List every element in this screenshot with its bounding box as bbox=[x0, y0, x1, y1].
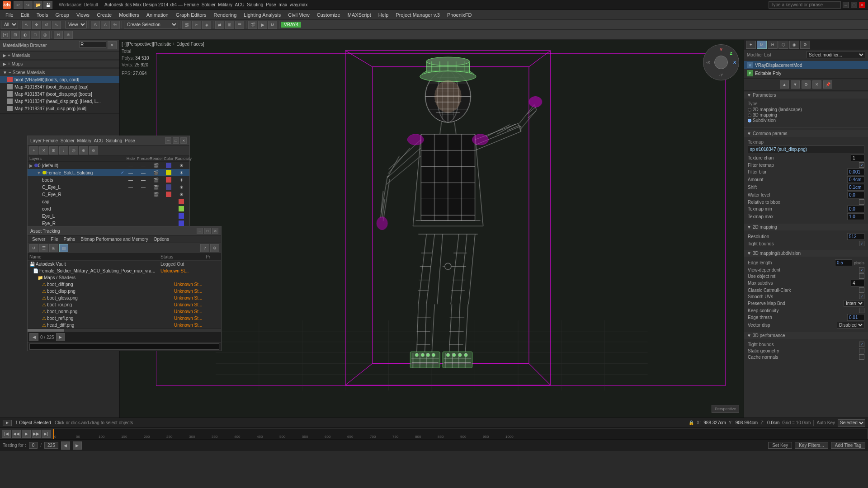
mod-move-up[interactable]: ▲ bbox=[780, 80, 789, 89]
preserve-map-select[interactable]: Interr bbox=[844, 300, 864, 307]
quick-access-toolbar[interactable]: ↩ ↪ 📂 💾 bbox=[14, 1, 52, 9]
layer-new[interactable]: + bbox=[29, 146, 38, 155]
mat-item-1[interactable]: Map #1018347 (boot_disp.png) [cap] bbox=[0, 83, 119, 90]
asset-minimize[interactable]: ─ bbox=[197, 228, 203, 234]
asset-settings[interactable]: ⚙ bbox=[210, 244, 219, 252]
l3-hide[interactable]: — bbox=[124, 185, 137, 190]
texmap-max-input[interactable] bbox=[847, 213, 864, 220]
utilities-tab[interactable]: ⚙ bbox=[800, 41, 810, 49]
asset-row-boot-diff[interactable]: ⚠ boot_diff.png Unknown St... bbox=[28, 281, 221, 288]
layer-row-default[interactable]: ▶ 0 (default) — — 🎬 ☀ bbox=[28, 162, 189, 169]
l2-freeze[interactable]: — bbox=[137, 178, 150, 183]
maximize-button[interactable]: □ bbox=[851, 2, 857, 8]
l0-render[interactable]: 🎬 bbox=[150, 163, 162, 168]
water-level-input[interactable] bbox=[847, 192, 864, 198]
layer-row-ceye-r[interactable]: C_Eye_R — — 🎬 ☀ bbox=[28, 191, 189, 198]
edge-thresh-input[interactable] bbox=[847, 314, 864, 321]
filter-texmap-checkbox[interactable] bbox=[859, 162, 864, 168]
l1-freeze[interactable]: — bbox=[137, 170, 150, 175]
layer-row-ceye-l[interactable]: C_Eye_L — — 🎬 ☀ bbox=[28, 183, 189, 191]
l2-radiosity[interactable]: ☀ bbox=[175, 178, 188, 183]
angle-snap[interactable]: A bbox=[101, 21, 110, 29]
layer-remove-sel[interactable]: ⊖ bbox=[89, 146, 98, 155]
maps-section-header[interactable]: ▶ + Maps bbox=[0, 61, 119, 67]
menu-tools[interactable]: Tools bbox=[33, 10, 52, 20]
use-object-mtl-checkbox[interactable] bbox=[859, 273, 864, 279]
l1-color[interactable] bbox=[162, 170, 175, 175]
vector-disp-select[interactable]: Disabled bbox=[837, 322, 864, 328]
scale-snap[interactable]: % bbox=[111, 21, 120, 29]
unlink-tool[interactable]: ✂ bbox=[192, 21, 201, 29]
menu-maxscript[interactable]: MAXScript bbox=[344, 10, 375, 20]
modifier-epoly[interactable]: P Editable Poly bbox=[744, 69, 868, 77]
frame-next[interactable]: ▶ bbox=[73, 441, 82, 450]
timeline-track[interactable]: 0 50 100 150 200 250 300 350 400 450 500… bbox=[53, 429, 867, 439]
align-tool[interactable]: ⊞ bbox=[225, 21, 234, 29]
mod-config[interactable]: ⚙ bbox=[802, 80, 811, 89]
asset-menu-server[interactable]: Server bbox=[29, 236, 48, 242]
menu-edit[interactable]: Edit bbox=[17, 10, 33, 20]
asset-close[interactable]: ✕ bbox=[212, 228, 218, 234]
texmap-value[interactable]: sp #1018347 (suit_disp.png) bbox=[748, 145, 864, 153]
menu-project-manager[interactable]: Project Manager v.3 bbox=[392, 10, 443, 20]
selection-mode-dropdown[interactable]: Create Selection bbox=[124, 21, 178, 28]
asset-menu-bitmap[interactable]: Bitmap Performance and Memory bbox=[78, 236, 151, 242]
l6-color[interactable] bbox=[175, 206, 188, 211]
l1-radiosity[interactable]: ☀ bbox=[175, 170, 188, 175]
mod-move-down[interactable]: ▼ bbox=[791, 80, 800, 89]
l3-radiosity[interactable]: ☀ bbox=[175, 185, 188, 190]
shift-input[interactable] bbox=[847, 184, 864, 191]
mat-item-3[interactable]: Map #1018347 (head_disp.png) [Head, L... bbox=[0, 98, 119, 105]
l4-hide[interactable]: — bbox=[124, 192, 137, 197]
sub-object-toggle[interactable]: [+] bbox=[1, 31, 10, 39]
shaded-toggle[interactable]: ◐ bbox=[21, 31, 30, 39]
freeze-selected[interactable]: ❄ bbox=[64, 31, 73, 39]
timeline-play[interactable]: ▶ bbox=[22, 430, 31, 438]
menu-file[interactable]: File bbox=[2, 10, 17, 20]
frame-total[interactable]: 225 bbox=[44, 442, 58, 449]
bind-space[interactable]: ◈ bbox=[202, 21, 211, 29]
timeline-next-frame[interactable]: ▶| bbox=[42, 430, 51, 438]
search-input[interactable] bbox=[769, 1, 841, 9]
3d-performance-title[interactable]: ▼ 3D performance bbox=[744, 332, 868, 339]
asset-scroll-thumb[interactable] bbox=[28, 329, 64, 332]
mat-browser-search[interactable] bbox=[79, 41, 106, 47]
asset-menu-paths[interactable]: Paths bbox=[61, 236, 78, 242]
mat-item-2[interactable]: Map #1018347 (boot_disp.png) [boots] bbox=[0, 90, 119, 98]
edge-faces-toggle[interactable]: □ bbox=[31, 31, 40, 39]
radio-2d-mapping[interactable]: 2D mapping (landscape) bbox=[748, 107, 864, 112]
modifier-list-select[interactable]: Select modifier... bbox=[807, 51, 865, 58]
nav-gizmo[interactable]: Y -Y X -X Z bbox=[703, 44, 739, 80]
timeline-play-fwd[interactable]: ▶▶ bbox=[32, 430, 41, 438]
auto-key-select[interactable]: Selected bbox=[838, 419, 865, 427]
l1-render[interactable]: 🎬 bbox=[150, 170, 162, 175]
close-button[interactable]: ✕ bbox=[859, 2, 865, 8]
redo-button[interactable]: ↪ bbox=[24, 1, 33, 9]
asset-row-boot-refl[interactable]: ⚠ boot_refl.png Unknown St... bbox=[28, 315, 221, 322]
frame-prev[interactable]: ◀ bbox=[61, 441, 70, 450]
radio-subdivision[interactable]: Subdivision bbox=[748, 118, 864, 123]
menu-customize[interactable]: Customize bbox=[313, 10, 344, 20]
rotate-tool[interactable]: ↺ bbox=[42, 21, 51, 29]
l3-freeze[interactable]: — bbox=[137, 185, 150, 190]
layer-row-cord[interactable]: cord bbox=[28, 205, 189, 212]
2d-mapping-title[interactable]: ▼ 2D mapping bbox=[744, 224, 868, 230]
menu-help[interactable]: Help bbox=[375, 10, 392, 20]
view-mode-dropdown[interactable]: View bbox=[65, 21, 87, 28]
select-mode-dropdown[interactable]: All bbox=[1, 21, 18, 28]
menu-views[interactable]: Views bbox=[73, 10, 93, 20]
menu-create[interactable]: Create bbox=[93, 10, 115, 20]
classic-catmull-checkbox[interactable] bbox=[859, 287, 864, 293]
add-time-tag-button[interactable]: Add Tine Tag bbox=[831, 442, 865, 449]
texture-chan-input[interactable] bbox=[851, 155, 864, 161]
l4-freeze[interactable]: — bbox=[137, 192, 150, 197]
isolate-toggle[interactable]: ◎ bbox=[41, 31, 50, 39]
frame-input[interactable]: 0 bbox=[29, 442, 38, 449]
asset-refresh[interactable]: ↺ bbox=[29, 244, 38, 252]
radio-subdiv-btn[interactable] bbox=[748, 119, 751, 122]
hide-selected[interactable]: H bbox=[54, 31, 63, 39]
asset-row-boot-gloss[interactable]: ⚠ boot_gloss.png Unknown St... bbox=[28, 295, 221, 301]
l7-color[interactable] bbox=[175, 213, 188, 219]
l8-color[interactable] bbox=[175, 221, 188, 226]
mod-delete[interactable]: ✕ bbox=[812, 80, 821, 89]
